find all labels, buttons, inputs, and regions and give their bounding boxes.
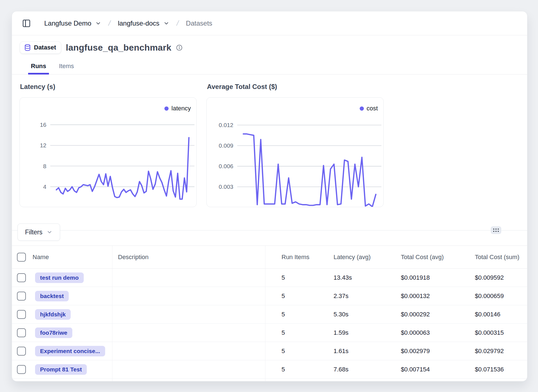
description-cell xyxy=(112,287,265,305)
select-all-checkbox[interactable] xyxy=(17,253,26,262)
column-header-total-cost-avg: Total Cost (avg) xyxy=(401,254,444,261)
description-cell xyxy=(112,269,265,287)
run-items-value: 5 xyxy=(282,329,285,336)
breadcrumb-project[interactable]: langfuse-docs xyxy=(118,19,159,27)
description-cell xyxy=(112,342,265,360)
runs-table: Name Description Run Items Latency (avg)… xyxy=(12,245,527,381)
latency-avg-value: 13.43s xyxy=(334,274,352,281)
latency-avg-value: 2.37s xyxy=(334,292,349,300)
chart-title-latency: Latency (s) xyxy=(20,83,197,91)
run-name-badge[interactable]: Experiment concise... xyxy=(35,346,105,356)
cost-series-line xyxy=(243,134,376,207)
breadcrumb: Langfuse Demo / langfuse-docs / Datasets xyxy=(44,19,212,28)
table-body: test run demo513.43s$0.001918$0.009592ba… xyxy=(12,269,527,381)
dataset-header: Dataset langfuse_qa_benchmark xyxy=(12,35,527,54)
total-cost-sum-value: $0.000659 xyxy=(475,292,504,300)
table-row[interactable]: foo78riwe51.59s$0.000063$0.000315 xyxy=(12,324,527,342)
filters-button-label: Filters xyxy=(25,229,43,236)
charts-section: Latency (s) latency 161284 Average Total… xyxy=(12,75,527,207)
table-row[interactable]: hjkfdshjk55.30s$0.000292$0.00146 xyxy=(12,305,527,324)
resize-handle[interactable] xyxy=(491,226,501,234)
chevron-down-icon[interactable] xyxy=(95,20,101,26)
legend-dot-icon xyxy=(164,106,169,111)
total-cost-avg-value: $0.000132 xyxy=(401,292,430,300)
latency-chart-card: latency 161284 xyxy=(19,97,197,207)
total-cost-avg-value: $0.001918 xyxy=(401,274,430,281)
run-items-value: 5 xyxy=(282,292,285,300)
run-name-badge[interactable]: hjkfdshjk xyxy=(35,309,71,320)
latency-avg-value: 1.61s xyxy=(334,348,349,355)
latency-line-plot: 161284 xyxy=(20,98,196,207)
run-items-value: 5 xyxy=(282,366,285,373)
description-cell xyxy=(112,360,265,378)
total-cost-sum-value: $0.029792 xyxy=(475,348,504,355)
column-header-total-cost-sum: Total Cost (sum) xyxy=(475,254,519,261)
tab-bar: Runs Items xyxy=(12,60,527,75)
legend-dot-icon xyxy=(360,106,364,111)
run-name-badge[interactable]: Prompt 81 Test xyxy=(35,364,87,375)
cost-line-plot: 0.0120.0090.0060.003 xyxy=(207,98,383,207)
y-axis-tick-label: 0.003 xyxy=(219,183,233,190)
filters-row: Filters xyxy=(18,224,60,241)
latency-avg-value: 7.68s xyxy=(334,366,349,373)
run-name-badge[interactable]: foo78riwe xyxy=(35,328,72,338)
y-axis-tick-label: 0.012 xyxy=(219,122,233,128)
page-title: langfuse_qa_benchmark xyxy=(66,43,171,53)
row-checkbox[interactable] xyxy=(17,347,26,356)
info-icon[interactable] xyxy=(176,44,183,51)
dataset-type-badge: Dataset xyxy=(20,41,61,54)
chevron-down-icon xyxy=(46,229,53,235)
total-cost-sum-value: $0.000315 xyxy=(475,329,504,336)
run-name-badge[interactable]: backtest xyxy=(35,291,69,301)
breadcrumb-separator: / xyxy=(176,19,180,28)
legend-label: cost xyxy=(367,105,378,112)
total-cost-avg-value: $0.000292 xyxy=(401,311,430,318)
sidebar-toggle-button[interactable] xyxy=(20,17,33,29)
row-checkbox[interactable] xyxy=(17,310,26,319)
top-bar: Langfuse Demo / langfuse-docs / Datasets xyxy=(12,11,527,35)
y-axis-tick-label: 4 xyxy=(43,183,46,190)
row-checkbox[interactable] xyxy=(17,328,26,337)
y-axis-tick-label: 12 xyxy=(40,142,46,148)
total-cost-sum-value: $0.00146 xyxy=(475,311,500,318)
description-cell xyxy=(112,379,265,381)
y-axis-tick-label: 0.009 xyxy=(219,142,233,149)
total-cost-avg-value: $0.000063 xyxy=(401,329,430,336)
chevron-down-icon[interactable] xyxy=(163,20,169,26)
total-cost-sum-value: $0.009592 xyxy=(475,274,504,281)
run-items-value: 5 xyxy=(282,311,285,318)
breadcrumb-separator: / xyxy=(108,19,112,28)
row-checkbox[interactable] xyxy=(17,292,26,301)
run-items-value: 5 xyxy=(282,348,285,355)
breadcrumb-org[interactable]: Langfuse Demo xyxy=(44,19,91,27)
description-cell xyxy=(112,324,265,342)
panel-left-icon xyxy=(22,19,31,28)
column-header-run-items: Run Items xyxy=(282,254,309,261)
table-row[interactable]: Experiment concise...51.61s$0.002979$0.0… xyxy=(12,342,527,360)
y-axis-tick-label: 0.006 xyxy=(219,163,233,169)
chart-title-cost: Average Total Cost ($) xyxy=(207,83,384,91)
run-name-badge[interactable]: test run demo xyxy=(35,272,84,283)
table-row[interactable]: backtest52.37s$0.000132$0.000659 xyxy=(12,287,527,305)
chart-legend: latency xyxy=(164,105,191,112)
chart-legend: cost xyxy=(360,105,378,112)
breadcrumb-page[interactable]: Datasets xyxy=(186,19,212,27)
latency-series-line xyxy=(56,138,189,199)
section-divider xyxy=(12,230,527,230)
row-checkbox[interactable] xyxy=(17,273,26,282)
total-cost-avg-value: $0.007154 xyxy=(401,366,430,373)
main-window: Langfuse Demo / langfuse-docs / Datasets… xyxy=(12,11,527,381)
total-cost-avg-value: $0.002979 xyxy=(401,348,430,355)
tab-items[interactable]: Items xyxy=(56,60,77,74)
column-header-description: Description xyxy=(118,254,149,261)
table-row[interactable]: test run demo513.43s$0.001918$0.009592 xyxy=(12,269,527,287)
grip-dots-icon xyxy=(493,229,499,232)
column-header-latency-avg: Latency (avg) xyxy=(334,254,371,261)
filters-button[interactable]: Filters xyxy=(18,224,60,241)
table-row[interactable]: Prompt 81 Test57.68s$0.007154$0.071536 xyxy=(12,360,527,379)
y-axis-tick-label: 16 xyxy=(40,121,46,128)
legend-label: latency xyxy=(171,105,191,112)
tab-runs[interactable]: Runs xyxy=(28,60,49,74)
table-row-partial[interactable] xyxy=(12,379,527,381)
row-checkbox[interactable] xyxy=(17,365,26,374)
